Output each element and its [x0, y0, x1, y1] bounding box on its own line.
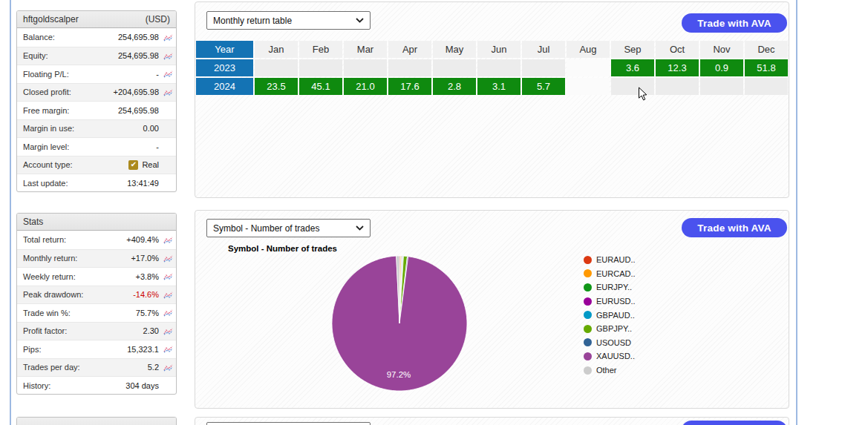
row-label: Last update:	[23, 179, 68, 188]
stats-panel: Stats Total return: +409.4% Monthly retu…	[16, 213, 177, 395]
sparkline-chart-icon[interactable]	[161, 272, 173, 280]
row-label: Profit factor:	[23, 326, 67, 335]
row-label: Peak drawdown:	[23, 290, 83, 299]
legend-item[interactable]: XAUUSD..	[584, 349, 636, 363]
row-value: 5.2	[148, 363, 159, 372]
view-select-dropdown[interactable]: Symbol - Number of trades	[206, 219, 371, 237]
stats-rows: Total return: +409.4% Monthly return: +1…	[17, 231, 176, 395]
column-header: Year	[196, 41, 253, 58]
sparkline-chart-icon[interactable]	[161, 254, 173, 263]
row-value: 304 days	[125, 381, 159, 390]
legend-item[interactable]: EURUSD..	[584, 294, 636, 309]
month-cell: 5.7	[522, 78, 565, 95]
month-cell	[433, 59, 476, 76]
sparkline-chart-icon[interactable]	[161, 291, 173, 299]
month-cell	[656, 78, 699, 95]
sparkline-chart-icon[interactable]	[161, 327, 173, 335]
account-name: hftgoldscalper	[23, 14, 79, 24]
legend-label: EURJPY..	[596, 283, 632, 291]
sparkline-chart-icon[interactable]	[161, 52, 173, 60]
account-row-balance: Balance: 254,695.98	[17, 28, 176, 47]
legend-label: USOUSD	[596, 338, 631, 347]
row-label: Account type:	[23, 160, 73, 169]
legend-label: GBPJPY..	[596, 324, 632, 333]
legend-item[interactable]: EURAUD..	[584, 253, 636, 267]
sparkline-chart-icon[interactable]	[161, 88, 173, 96]
right-accent-line	[796, 0, 797, 425]
sparkline-chart-icon[interactable]	[161, 236, 173, 244]
legend-color-dot	[584, 338, 592, 346]
row-value: +204,695.98	[114, 88, 159, 96]
dropdown-selected-value: Monthly return table	[213, 16, 292, 26]
legend-color-dot	[584, 269, 592, 277]
dropdown-selected-value: Symbol - Number of trades	[213, 223, 319, 234]
row-label: Pips:	[23, 345, 41, 354]
legend-item[interactable]: EURJPY..	[584, 280, 636, 294]
account-row-margin-in-use: Margin in use: 0.00	[17, 119, 176, 138]
account-row-closed-profit: Closed profit: +204,695.98	[17, 83, 176, 102]
legend-item[interactable]: Other	[584, 363, 636, 378]
stat-row-profit-factor: Profit factor: 2.30	[17, 322, 176, 340]
stat-row-monthly-return: Monthly return: +17.0%	[17, 249, 176, 268]
month-cell	[299, 59, 342, 76]
legend-color-dot	[584, 311, 592, 319]
month-cell	[255, 59, 298, 76]
row-value: 0.00	[143, 124, 159, 133]
row-value: 15,323.1	[127, 345, 159, 354]
view-select-dropdown[interactable]: Monthly return table	[206, 11, 371, 30]
row-value: +3.8%	[136, 272, 160, 281]
stat-row-trades-per-day: Trades per day: 5.2	[17, 358, 176, 377]
row-value: +17.0%	[131, 254, 159, 263]
view-select-dropdown[interactable]	[206, 422, 371, 425]
legend-item[interactable]: USOUSD	[584, 336, 636, 350]
month-cell: 21.0	[344, 78, 387, 95]
row-value: 254,695.98	[118, 33, 159, 42]
chevron-down-icon	[356, 225, 364, 231]
row-value: Real	[142, 160, 159, 169]
sparkline-chart-icon[interactable]	[161, 33, 173, 42]
legend-label: Other	[596, 366, 617, 375]
month-cell	[388, 59, 431, 76]
row-label: Balance:	[23, 33, 55, 42]
row-label: Closed profit:	[23, 88, 71, 96]
column-header: Dec	[745, 41, 788, 58]
sparkline-chart-icon[interactable]	[161, 309, 173, 317]
row-label: Trades per day:	[23, 363, 80, 372]
stats-panel-header: Stats	[17, 214, 176, 231]
month-cell	[567, 59, 610, 76]
legend-item[interactable]: GBPAUD..	[584, 308, 636, 322]
column-header: Mar	[344, 41, 387, 58]
legend-label: GBPAUD..	[596, 311, 635, 320]
column-header: Feb	[299, 41, 342, 58]
mouse-cursor	[638, 87, 648, 102]
trade-with-ava-button[interactable]: Trade with AVA	[682, 421, 787, 425]
row-label: Equity:	[23, 51, 48, 60]
sparkline-chart-icon[interactable]	[161, 70, 173, 78]
column-header: Jan	[255, 41, 298, 58]
account-currency: (USD)	[146, 14, 170, 24]
month-cell: 51.8	[745, 59, 788, 76]
row-label: History:	[23, 381, 50, 390]
legend-item[interactable]: EURCAD..	[584, 267, 636, 281]
stat-row-peak-drawdown: Peak drawdown: -14.6%	[17, 286, 176, 304]
row-value: 254,695.98	[118, 106, 159, 115]
stat-row-history: History: 304 days	[17, 376, 176, 395]
year-cell: 2024	[196, 78, 253, 95]
pie-chart-title: Symbol - Number of trades	[228, 244, 337, 253]
symbol-trades-panel: Symbol - Number of trades Trade with AVA	[195, 210, 789, 409]
chevron-down-icon	[356, 18, 364, 23]
month-cell: 12.3	[656, 59, 699, 76]
legend-color-dot	[584, 283, 592, 291]
sparkline-chart-icon[interactable]	[161, 345, 173, 353]
row-label: Weekly return:	[23, 272, 76, 281]
legend-item[interactable]: GBPJPY..	[584, 322, 636, 336]
row-value: 13:41:49	[127, 179, 159, 188]
month-cell	[522, 59, 565, 76]
sparkline-chart-icon[interactable]	[161, 363, 173, 372]
column-header: Aug	[567, 41, 610, 58]
legend-color-dot	[584, 366, 592, 375]
trade-with-ava-button[interactable]: Trade with AVA	[682, 218, 787, 237]
row-value: 2.30	[143, 326, 159, 335]
trade-with-ava-button[interactable]: Trade with AVA	[682, 13, 787, 33]
real-account-checkbox: ✔	[128, 160, 138, 170]
